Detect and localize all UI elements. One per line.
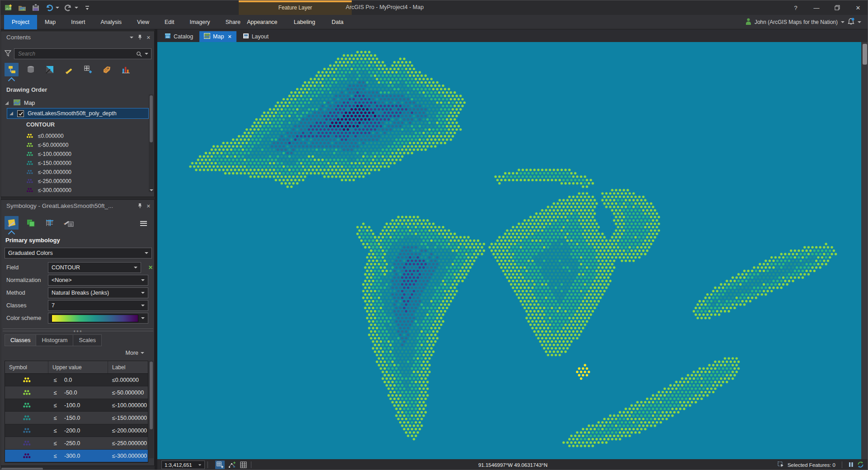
legend-item[interactable]: ≤-150.000000: [1, 159, 154, 168]
list-by-selection-button[interactable]: [42, 63, 57, 76]
pane-menu-caret[interactable]: [130, 37, 133, 38]
symbol-column-header[interactable]: Symbol: [5, 361, 48, 373]
contextual-tab-labeling[interactable]: Labeling: [291, 15, 318, 29]
class-row[interactable]: ≤-50.0≤-50.000000: [5, 386, 148, 399]
notifications-bell-icon[interactable]: [848, 18, 854, 26]
ribbon-tab-project[interactable]: Project: [4, 15, 37, 29]
class-row[interactable]: ≤0.0≤0.000000: [5, 374, 148, 386]
close-tab-icon[interactable]: ✕: [227, 34, 231, 40]
symbol-layer-drawing-icon[interactable]: [42, 216, 57, 230]
pin-icon[interactable]: [137, 34, 142, 41]
color-scheme-dropdown[interactable]: [48, 313, 148, 324]
ribbon-tab-map[interactable]: Map: [37, 15, 63, 29]
renderer-dropdown[interactable]: Graduated Colors: [5, 248, 152, 258]
legend-item[interactable]: ≤-200.000000: [1, 168, 154, 177]
customize-quick-access-button[interactable]: [83, 3, 92, 12]
expander-icon[interactable]: [5, 101, 9, 105]
class-symbol[interactable]: [5, 437, 48, 449]
search-options-caret[interactable]: [145, 53, 148, 55]
ribbon-tab-view[interactable]: View: [129, 15, 157, 29]
class-label[interactable]: ≤-100.000000: [108, 399, 148, 411]
layer-visibility-checkbox[interactable]: [17, 110, 24, 117]
class-symbol[interactable]: [5, 424, 48, 437]
legend-item[interactable]: ≤-300.000000: [1, 186, 154, 195]
restore-button[interactable]: [827, 0, 848, 15]
legend-item[interactable]: ≤-50.000000: [1, 141, 154, 150]
vary-symbology-by-attribute-icon[interactable]: [24, 216, 38, 230]
account-name[interactable]: John (ArcGIS Maps for the Nation): [755, 19, 838, 25]
list-by-editing-button[interactable]: [61, 63, 75, 76]
symbology-tab-scales[interactable]: Scales: [73, 334, 102, 346]
new-item-icon[interactable]: [4, 3, 13, 12]
close-button[interactable]: ✕: [848, 0, 868, 15]
open-project-icon[interactable]: [18, 3, 27, 12]
help-button[interactable]: ?: [785, 0, 806, 15]
class-row[interactable]: ≤-300.0≤-300.000000: [5, 450, 148, 462]
class-row[interactable]: ≤-100.0≤-100.000000: [5, 399, 148, 412]
class-upper-value[interactable]: ≤-200.0: [48, 424, 108, 437]
tree-node-layer[interactable]: GreatLakesSmooth50ft_poly_depth: [7, 108, 148, 118]
refresh-map-icon[interactable]: [857, 461, 864, 469]
close-pane-icon[interactable]: ✕: [146, 35, 151, 41]
class-symbol[interactable]: [5, 374, 48, 386]
redo-dropdown-caret[interactable]: [75, 7, 78, 9]
class-label[interactable]: ≤-250.000000: [108, 437, 148, 449]
class-label[interactable]: ≤-50.000000: [108, 386, 148, 399]
class-symbol[interactable]: [5, 412, 48, 424]
symbology-tab-histogram[interactable]: Histogram: [36, 334, 73, 346]
symbology-tab-classes[interactable]: Classes: [5, 334, 36, 346]
class-symbol[interactable]: [5, 386, 48, 399]
method-dropdown[interactable]: Natural Breaks (Jenks): [48, 287, 148, 298]
ribbon-tab-insert[interactable]: Insert: [63, 15, 93, 29]
class-upper-value[interactable]: ≤0.0: [48, 374, 108, 386]
class-upper-value[interactable]: ≤-100.0: [48, 399, 108, 411]
edit-vertices-tool-icon[interactable]: [227, 461, 236, 469]
class-symbol[interactable]: [5, 450, 48, 462]
class-upper-value[interactable]: ≤-300.0: [48, 450, 108, 462]
account-dropdown-caret[interactable]: [841, 21, 844, 23]
class-label[interactable]: ≤-200.000000: [108, 424, 148, 437]
class-upper-value[interactable]: ≤-150.0: [48, 412, 108, 424]
grid-add-tool-icon[interactable]: [215, 461, 225, 469]
map-scale-dropdown[interactable]: 1:3,412,651: [161, 461, 205, 469]
cursor-coordinates[interactable]: 91.1546997°W 49.0631743°N: [478, 462, 547, 468]
view-tab-catalog[interactable]: Catalog: [160, 31, 198, 42]
expander-icon[interactable]: [9, 112, 13, 115]
format-symbols-icon[interactable]: [61, 216, 75, 230]
legend-item[interactable]: ≤-250.000000: [1, 177, 154, 186]
minimize-button[interactable]: —: [806, 0, 827, 15]
list-by-charts-button[interactable]: [118, 63, 132, 76]
primary-symbology-tab-icon[interactable]: [5, 216, 19, 230]
pin-icon[interactable]: [137, 203, 142, 209]
attribute-table-tool-icon[interactable]: [239, 461, 248, 469]
ribbon-tab-edit[interactable]: Edit: [157, 15, 182, 29]
contextual-tab-data[interactable]: Data: [329, 15, 346, 29]
list-by-data-source-button[interactable]: [24, 63, 38, 76]
tree-node-map[interactable]: Map: [1, 98, 154, 108]
class-upper-value[interactable]: ≤-50.0: [48, 386, 108, 399]
view-tab-layout[interactable]: Layout: [238, 31, 274, 42]
class-symbol[interactable]: [5, 399, 48, 411]
search-icon[interactable]: [136, 51, 142, 57]
list-by-snapping-button[interactable]: [80, 63, 94, 76]
filter-icon[interactable]: [5, 50, 11, 58]
left-dock-hscrollbar[interactable]: [0, 467, 155, 470]
class-label[interactable]: ≤0.000000: [108, 374, 148, 386]
label-column-header[interactable]: Label: [108, 361, 148, 373]
set-expression-button[interactable]: ✕: [147, 263, 154, 272]
contents-scrollbar[interactable]: [149, 94, 154, 192]
map-canvas[interactable]: [157, 42, 861, 459]
undo-button[interactable]: [45, 3, 54, 12]
list-by-drawing-order-button[interactable]: [5, 63, 19, 76]
ribbon-tab-imagery[interactable]: Imagery: [182, 15, 217, 29]
class-label[interactable]: ≤-300.000000: [108, 450, 148, 462]
contextual-tab-appearance[interactable]: Appearance: [244, 15, 280, 29]
classes-dropdown[interactable]: 7: [48, 300, 148, 311]
class-label[interactable]: ≤-150.000000: [108, 412, 148, 424]
search-input[interactable]: [17, 50, 136, 57]
symbology-scrollbar[interactable]: [149, 361, 154, 458]
save-project-icon[interactable]: [31, 3, 40, 12]
field-dropdown[interactable]: CONTOUR: [48, 262, 141, 273]
ribbon-collapse-caret[interactable]: [858, 21, 861, 23]
more-button[interactable]: More: [126, 350, 144, 356]
